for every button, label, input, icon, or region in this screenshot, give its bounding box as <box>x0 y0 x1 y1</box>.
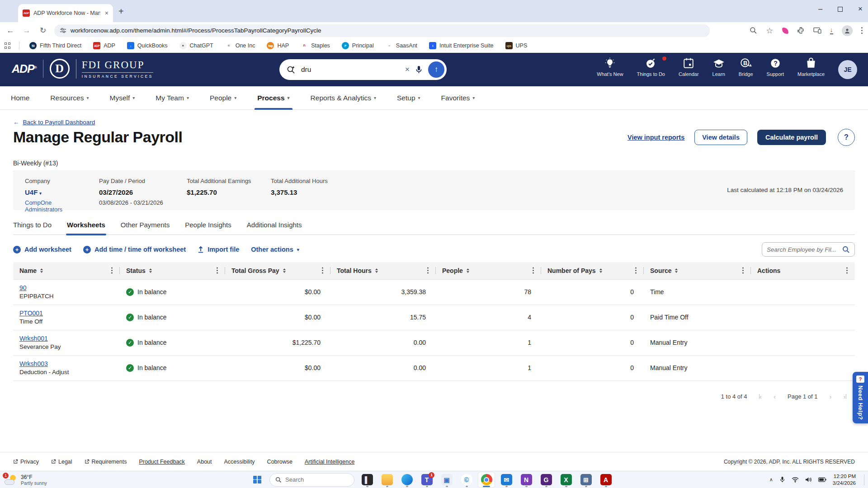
column-menu-icon[interactable] <box>111 270 113 271</box>
worksheet-link[interactable]: 90 <box>19 284 27 291</box>
window-minimize-icon[interactable]: – <box>818 5 822 13</box>
tab-additional-insights[interactable]: Additional Insights <box>247 221 302 235</box>
back-to-payroll-dashboard-link[interactable]: Back to Payroll Dashboard <box>23 119 95 126</box>
outlook-icon[interactable]: ✉ <box>498 472 514 488</box>
worksheet-link[interactable]: Wrksh003 <box>19 360 48 367</box>
sort-icon[interactable] <box>149 268 152 273</box>
sort-icon[interactable] <box>375 268 378 273</box>
taskbar-search[interactable] <box>269 473 354 487</box>
show-desktop-edge[interactable] <box>864 474 864 485</box>
send-to-device-icon[interactable] <box>813 27 821 34</box>
tab-close-icon[interactable]: × <box>105 10 108 16</box>
column-header[interactable]: Total Gross Pay <box>225 262 330 279</box>
zoom-search-icon[interactable] <box>750 27 757 34</box>
nav-people[interactable]: People ▾ <box>210 86 236 110</box>
sort-icon[interactable] <box>467 268 469 273</box>
things-to-do-button[interactable]: Things to Do <box>637 57 665 77</box>
nav-my-team[interactable]: My Team ▾ <box>156 86 189 110</box>
sort-icon[interactable] <box>599 268 602 273</box>
site-settings-icon[interactable] <box>60 27 66 34</box>
edge-icon[interactable] <box>399 472 415 488</box>
column-menu-icon[interactable] <box>427 270 429 271</box>
company-name-link[interactable]: CompOne Administrators <box>25 199 85 213</box>
footer-requirements[interactable]: Requirements <box>85 459 127 465</box>
nav-resources[interactable]: Resources ▾ <box>50 86 89 110</box>
taskbar-search-input[interactable] <box>285 476 340 483</box>
add-worksheet-button[interactable]: + Add worksheet <box>13 246 71 253</box>
view-details-button[interactable]: View details <box>694 130 747 145</box>
column-menu-icon[interactable] <box>846 270 848 271</box>
extension-pink-icon[interactable] <box>782 28 788 34</box>
new-tab-button[interactable]: + <box>118 6 124 17</box>
support-button[interactable]: ? Support <box>767 57 784 77</box>
nav-process[interactable]: Process ▾ <box>257 86 289 110</box>
browser-menu-icon[interactable] <box>861 30 863 32</box>
sort-icon[interactable] <box>40 268 43 273</box>
global-search-input[interactable] <box>301 66 400 74</box>
import-file-button[interactable]: Import file <box>198 246 239 253</box>
worksheet-link[interactable]: PTO001 <box>19 310 43 317</box>
tab-other-payments[interactable]: Other Payments <box>121 221 170 235</box>
search-icon[interactable] <box>842 246 850 253</box>
footer-legal[interactable]: Legal <box>51 459 72 465</box>
company-code-dropdown[interactable]: U4F▾ <box>25 188 85 196</box>
back-arrow-icon[interactable]: ← <box>13 119 19 126</box>
calendar-button[interactable]: Calendar <box>679 57 699 77</box>
nav-reports-analytics[interactable]: Reports & Analytics ▾ <box>311 86 376 110</box>
bookmark-one-inc[interactable]: ≋ One Inc <box>225 42 255 49</box>
nav-myself[interactable]: Myself ▾ <box>109 86 135 110</box>
need-help-button[interactable]: ? Need Help? <box>853 372 868 423</box>
wifi-icon[interactable] <box>792 477 799 483</box>
footer-about[interactable]: About <box>197 459 212 465</box>
acrobat-icon[interactable]: A <box>598 472 614 488</box>
column-header[interactable]: Status <box>120 262 225 279</box>
column-header[interactable]: Source <box>644 262 751 279</box>
tray-expand-icon[interactable]: ∧ <box>769 477 773 483</box>
volume-icon[interactable] <box>805 477 812 483</box>
window-close-icon[interactable]: × <box>858 5 863 14</box>
worksheet-link[interactable]: Wrksh001 <box>19 335 48 342</box>
file-explorer-icon[interactable] <box>379 472 395 488</box>
bookmark-chatgpt[interactable]: ∗ ChatGPT <box>179 42 213 49</box>
address-bar[interactable]: workforcenow.adp.com/theme/admin.html#/P… <box>54 24 710 37</box>
excel-icon[interactable]: X <box>558 472 574 488</box>
learn-button[interactable]: Learn <box>712 57 725 77</box>
calculator-icon[interactable]: ⊞ <box>578 472 594 488</box>
browser-profile-avatar[interactable] <box>842 25 853 36</box>
extensions-puzzle-icon[interactable] <box>797 27 805 34</box>
previous-page-icon[interactable]: ‹ <box>774 393 776 400</box>
system-tools-icon[interactable]: ▣ <box>439 472 455 488</box>
nav-home[interactable]: Home ▾ <box>11 86 29 110</box>
bookmark-fifth-third-direct[interactable]: 53 Fifth Third Direct <box>29 42 81 49</box>
calculate-payroll-button[interactable]: Calculate payroll <box>757 130 826 145</box>
footer-artificial-intelligence[interactable]: Artificial Intelligence <box>305 459 354 465</box>
column-menu-icon[interactable] <box>742 270 744 271</box>
marketplace-button[interactable]: Marketplace <box>797 57 825 77</box>
other-actions-dropdown[interactable]: Other actions ▾ <box>251 246 299 253</box>
window-maximize-icon[interactable] <box>838 7 843 12</box>
first-page-icon[interactable]: ‹ <box>759 393 762 400</box>
bookmark-ups[interactable]: ups UPS <box>505 42 528 49</box>
apps-grid-icon[interactable] <box>5 42 11 49</box>
next-page-icon[interactable]: › <box>830 393 832 400</box>
footer-privacy[interactable]: Privacy <box>13 459 39 465</box>
bookmark-principal[interactable]: P Principal <box>342 42 374 49</box>
microphone-tray-icon[interactable] <box>779 476 785 483</box>
column-menu-icon[interactable] <box>322 270 323 271</box>
battery-icon[interactable] <box>818 477 826 482</box>
back-icon[interactable]: ← <box>5 26 15 35</box>
footer-accessibility[interactable]: Accessibility <box>224 459 255 465</box>
bookmark-intuit-enterprise-suite[interactable]: I Intuit Enterprise Suite <box>429 42 494 49</box>
reload-icon[interactable]: ↻ <box>38 26 48 35</box>
global-search[interactable]: × ↑ <box>279 59 447 80</box>
column-header[interactable]: People <box>436 262 541 279</box>
weather-widget[interactable]: 1 36°F Partly sunny <box>5 474 47 486</box>
taskbar-clock[interactable]: 12:20 PM 3/24/2026 <box>833 473 856 487</box>
forward-icon[interactable]: → <box>22 26 32 35</box>
sort-icon[interactable] <box>283 268 286 273</box>
clear-search-icon[interactable]: × <box>405 65 410 74</box>
sort-icon[interactable] <box>675 268 678 273</box>
g-app-icon[interactable]: G <box>538 472 554 488</box>
tab-worksheets[interactable]: Worksheets <box>67 221 105 235</box>
view-input-reports-link[interactable]: View input reports <box>627 134 684 141</box>
